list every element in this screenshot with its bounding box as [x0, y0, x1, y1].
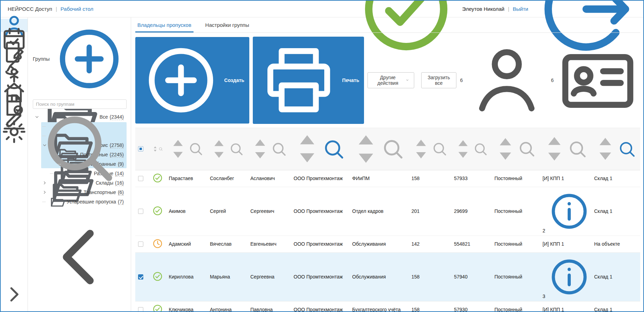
- table-row[interactable]: КлючиковаАнтонинаПавловнаООО Промтехмонт…: [135, 301, 640, 312]
- cell-organization: ООО Промтехмонтаж: [291, 236, 349, 252]
- info-icon[interactable]: [547, 189, 591, 233]
- sort-icon[interactable]: [353, 131, 379, 168]
- column-search-icon[interactable]: [228, 141, 245, 157]
- search-icon[interactable]: [33, 102, 124, 193]
- row-checkbox[interactable]: [138, 242, 143, 247]
- cell-card_no: 29699: [451, 187, 492, 236]
- workspace-link[interactable]: Рабочий стол: [61, 6, 93, 12]
- column-search-icon[interactable]: [431, 140, 448, 158]
- table-row[interactable]: АкимовСергейСергеевичООО ПромтехмонтажОт…: [135, 187, 640, 236]
- cell-text: 57933: [454, 176, 468, 181]
- tab-pass-owners[interactable]: Владельцы пропусков: [135, 17, 194, 32]
- create-button[interactable]: Создать: [135, 37, 249, 124]
- sort-icon[interactable]: [495, 134, 516, 164]
- sort-icon[interactable]: [294, 131, 320, 167]
- cell-text: Склад 1: [594, 176, 612, 181]
- cell-pass_type: Постоянный: [492, 252, 540, 301]
- rail-item-settings[interactable]: [1, 125, 28, 138]
- groups-collapse-button[interactable]: [28, 206, 131, 309]
- cell-status: [149, 170, 166, 187]
- tab-group-settings[interactable]: Настройки группы: [203, 17, 251, 32]
- print-button[interactable]: Печать: [253, 37, 364, 124]
- cell-pass_type: Постоянный: [492, 236, 540, 252]
- cell-department: Обслуживания: [349, 236, 409, 252]
- cell-text: Марьяна: [210, 274, 230, 280]
- column-header-inner: Организация: [294, 131, 347, 167]
- cell-text: 158: [411, 274, 419, 280]
- tree-item-count: (7): [118, 199, 124, 205]
- cell-text: ООО Промтехмонтаж: [294, 176, 343, 181]
- id-card-icon: [555, 38, 640, 122]
- cell-card_no: 554821: [451, 236, 492, 252]
- load-all-button[interactable]: Загрузить все: [421, 72, 457, 88]
- cell-access_mode: [И] КПП 1: [540, 170, 591, 187]
- sort-icon[interactable]: [251, 136, 269, 162]
- table-row[interactable]: ПарастаевСосланбегАслановичООО Промтехмо…: [135, 170, 640, 187]
- cell-department: ФИиПМ: [349, 170, 409, 187]
- sort-icon[interactable]: [412, 136, 430, 162]
- cell-company_code: 158: [409, 252, 451, 301]
- cell-organization: ООО Промтехмонтаж: [291, 252, 349, 301]
- column-search-icon[interactable]: [321, 136, 347, 162]
- row-checkbox[interactable]: [138, 274, 143, 280]
- cell-text: 57940: [454, 274, 468, 280]
- column-header-inner: [138, 146, 146, 151]
- pass-owners-table: ФамилиИмяОтчествоОрганизацияПодразделени…: [135, 128, 640, 312]
- column-search-icon[interactable]: [270, 140, 288, 158]
- cell-text: Вячеслав: [210, 241, 232, 247]
- person-icon: [464, 38, 549, 122]
- column-search-icon[interactable]: [566, 138, 589, 160]
- add-group-icon[interactable]: [52, 22, 127, 96]
- sort-icon[interactable]: [211, 137, 227, 161]
- cell-text: 57930: [454, 307, 468, 312]
- cell-text: Кириллова: [169, 274, 194, 280]
- cell-text: Постоянный: [494, 208, 522, 214]
- cell-organization: ООО Промтехмонтаж: [291, 170, 349, 187]
- table-row[interactable]: АдамскийВячеславЕвгеньевичООО Промтехмон…: [135, 236, 640, 252]
- column-search-icon[interactable]: [187, 140, 204, 157]
- sort-icon[interactable]: [543, 133, 566, 165]
- groups-title: Группы: [33, 56, 50, 62]
- cell-access_zone: Склад 1: [591, 252, 640, 301]
- column-header-inner: Тип пропуска: [494, 134, 537, 164]
- cell-last_name: Адамский: [166, 236, 207, 252]
- topbar-left: НЕЙРОСС Доступ | Рабочий стол: [8, 6, 93, 12]
- cell-access_zone: Склад 1: [591, 187, 640, 236]
- cell-status: [149, 252, 166, 301]
- nav-rail: [1, 17, 28, 311]
- logout-link[interactable]: Выйти: [513, 6, 528, 12]
- content: Группы Все(2344)Leader ID(32)Импорт(7)Оф…: [1, 17, 643, 311]
- column-search-icon[interactable]: [158, 147, 163, 151]
- sort-icon[interactable]: [595, 134, 616, 164]
- row-checkbox[interactable]: [138, 307, 143, 312]
- column-search-icon[interactable]: [516, 139, 537, 159]
- tab-bar: Владельцы пропусков Настройки группы: [135, 17, 640, 33]
- cell-text: 201: [411, 208, 419, 214]
- column-search-icon[interactable]: [380, 136, 406, 162]
- cell-text: Сергеевна: [250, 274, 274, 280]
- cell-text: Обслуживания: [352, 274, 386, 280]
- status-valid-icon: [152, 271, 163, 282]
- column-header-inner: Подразделение: [352, 131, 406, 168]
- table-row[interactable]: КирилловаМарьянаСергеевнаООО Промтехмонт…: [135, 252, 640, 301]
- row-checkbox[interactable]: [138, 176, 143, 181]
- sort-icon[interactable]: [455, 137, 471, 161]
- sort-icon[interactable]: [169, 137, 187, 161]
- select-all-checkbox[interactable]: [138, 146, 143, 151]
- info-icon[interactable]: [547, 255, 591, 299]
- chevron-down-icon: [406, 78, 409, 82]
- row-checkbox[interactable]: [138, 209, 143, 214]
- cell-text: Постоянный: [494, 241, 522, 247]
- cell-text: Акимов: [169, 208, 185, 214]
- tree-item[interactable]: Устаревшие пропуска(7): [33, 197, 127, 207]
- cell-pass_type: Постоянный: [492, 301, 540, 312]
- column-search-icon[interactable]: [616, 139, 637, 159]
- rail-expand-button[interactable]: [1, 281, 28, 308]
- column-search-icon[interactable]: [472, 141, 489, 157]
- cell-department: Бухгалтерского учёта: [349, 301, 409, 312]
- column-header-inner: Код предпр.: [411, 136, 448, 162]
- sort-icon[interactable]: [153, 146, 158, 153]
- cell-access_mode: 3: [540, 252, 591, 301]
- gear-icon: [1, 118, 28, 145]
- more-actions-button[interactable]: Другие действия: [368, 72, 414, 88]
